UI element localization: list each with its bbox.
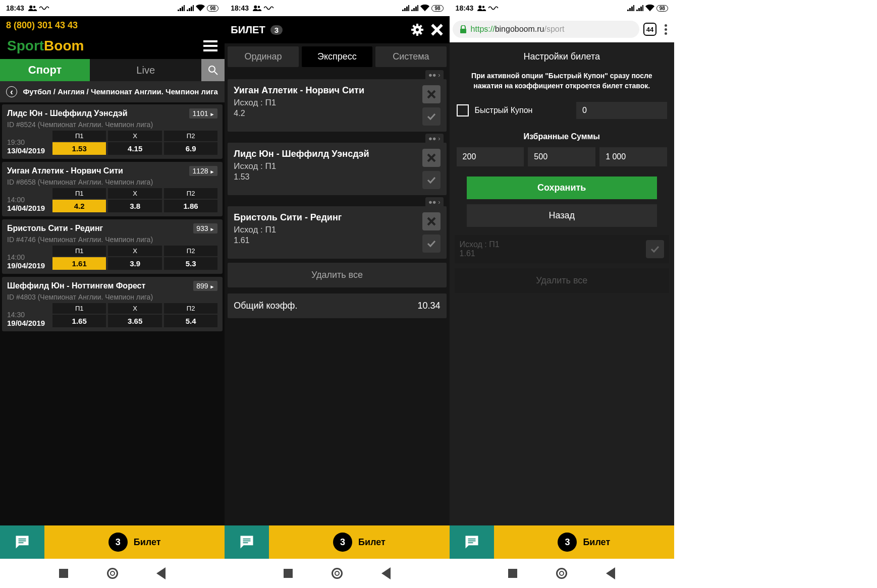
browser-menu-icon[interactable] — [661, 24, 671, 35]
match-card[interactable]: Бристоль Сити - Рединг933 ID #4746 (Чемп… — [2, 219, 223, 274]
svg-point-0 — [29, 6, 32, 9]
bottom-bar: 3Билет — [0, 525, 225, 559]
odd-x[interactable]: 3.9 — [108, 257, 161, 270]
tab-live[interactable]: Live — [90, 59, 201, 81]
match-id: ID #8524 (Чемпионат Англии. Чемпион лига… — [7, 121, 217, 129]
odd-x[interactable]: 3.8 — [108, 200, 161, 212]
android-nav-bar — [450, 559, 674, 588]
ghost-check-icon — [646, 240, 664, 258]
gear-icon[interactable] — [411, 24, 423, 36]
match-id: ID #4803 (Чемпионат Англии. Чемпион лига… — [7, 293, 217, 301]
chat-button[interactable] — [0, 525, 44, 559]
nav-back-icon[interactable] — [156, 567, 166, 579]
odd-p1[interactable]: 4.2 — [52, 200, 106, 212]
odd-p2[interactable]: 5.4 — [164, 315, 217, 327]
nav-home-icon[interactable] — [332, 568, 343, 579]
tab-system[interactable]: Система — [375, 46, 446, 67]
status-bar: 18:43 98 — [450, 0, 674, 16]
match-card[interactable]: Шеффилд Юн - Ноттингем Форест899 ID #480… — [2, 277, 223, 331]
status-bar: 18:43 98 — [225, 0, 449, 16]
chat-button[interactable] — [225, 525, 269, 559]
nav-home-icon[interactable] — [556, 568, 567, 579]
confirm-selection-button[interactable] — [422, 234, 441, 253]
favorite-sum-input[interactable]: 1 000 — [599, 147, 667, 166]
android-nav-bar — [0, 559, 225, 588]
x-icon — [427, 153, 436, 162]
ticket-button[interactable]: 3Билет — [44, 525, 225, 559]
search-button[interactable] — [201, 59, 225, 81]
nav-overview-icon[interactable] — [508, 569, 517, 578]
save-button[interactable]: Сохранить — [467, 177, 657, 199]
odd-p1[interactable]: 1.65 — [52, 315, 106, 327]
remove-selection-button[interactable] — [422, 85, 441, 103]
selection-odd: 4.2 — [234, 109, 422, 118]
lock-icon — [460, 25, 467, 33]
market-count[interactable]: 1101 — [189, 108, 217, 119]
nav-overview-icon[interactable] — [284, 569, 293, 578]
svg-point-24 — [479, 6, 482, 9]
ticket-button[interactable]: 3Билет — [494, 525, 674, 559]
coins-icon[interactable]: ●● › — [425, 134, 444, 143]
delete-all-button[interactable]: Удалить все — [228, 263, 446, 287]
odd-x[interactable]: 4.15 — [108, 142, 161, 155]
tab-single[interactable]: Ординар — [228, 46, 298, 67]
match-time: 14:00 — [7, 253, 52, 261]
quick-coupon-checkbox[interactable] — [457, 104, 469, 116]
market-count[interactable]: 899 — [193, 281, 217, 291]
browser-tab-count[interactable]: 44 — [643, 23, 656, 36]
chat-button[interactable] — [450, 525, 494, 559]
hamburger-icon[interactable] — [203, 40, 217, 51]
back-arrow-icon[interactable] — [6, 86, 17, 97]
close-icon[interactable] — [430, 23, 444, 36]
odd-p2[interactable]: 1.86 — [164, 200, 217, 212]
odd-x[interactable]: 3.65 — [108, 315, 161, 327]
confirm-selection-button[interactable] — [422, 107, 441, 126]
favorite-sum-input[interactable]: 200 — [457, 147, 524, 166]
support-phone[interactable]: 8 (800) 301 43 43 — [0, 16, 225, 35]
nav-back-icon[interactable] — [381, 567, 391, 579]
market-count[interactable]: 1128 — [189, 166, 217, 176]
nav-back-icon[interactable] — [606, 567, 615, 579]
odd-p1[interactable]: 1.53 — [52, 142, 106, 155]
screen-sport-list: 18:43 98 8 (800) 301 43 43 SportBoom Спо… — [0, 0, 225, 525]
selection-card: ●● › Уиган Атлетик - Норвич Сити Исход :… — [228, 79, 446, 132]
selection-outcome: Исход : П1 — [234, 98, 422, 108]
android-nav-bars — [0, 559, 674, 588]
match-card[interactable]: Уиган Атлетик - Норвич Сити1128 ID #8658… — [2, 162, 223, 216]
svg-rect-7 — [416, 24, 418, 27]
ticket-label: Билет — [134, 537, 161, 548]
signal-icon — [178, 5, 185, 11]
quick-coupon-value[interactable]: 0 — [576, 102, 667, 119]
remove-selection-button[interactable] — [422, 212, 441, 230]
coins-icon[interactable]: ●● › — [425, 70, 444, 80]
remove-selection-button[interactable] — [422, 149, 441, 167]
settings-panel: Настройки билета При активной опции "Быс… — [450, 42, 674, 525]
coins-icon[interactable]: ●● › — [425, 197, 444, 207]
confirm-selection-button[interactable] — [422, 171, 441, 189]
tab-express[interactable]: Экспресс — [302, 46, 372, 67]
browser-bar: https://bingoboom.ru/sport 44 — [450, 16, 674, 42]
quick-coupon-row: Быстрый Купон 0 — [452, 98, 672, 123]
url-bar[interactable]: https://bingoboom.ru/sport — [453, 21, 639, 38]
market-count[interactable]: 933 — [193, 223, 217, 233]
svg-point-2 — [209, 66, 215, 72]
app-logo: SportBoom — [7, 38, 84, 54]
favorite-sum-input[interactable]: 500 — [528, 147, 595, 166]
tab-sport[interactable]: Спорт — [0, 59, 90, 81]
odd-p2[interactable]: 6.9 — [164, 142, 217, 155]
match-card[interactable]: Лидс Юн - Шеффилд Уэнсдэй1101 ID #8524 (… — [2, 104, 223, 159]
settings-description: При активной опции "Быстрый Купон" сразу… — [452, 69, 672, 98]
match-time: 14:00 — [7, 196, 52, 204]
nav-home-icon[interactable] — [107, 568, 118, 579]
svg-point-5 — [258, 6, 260, 9]
nav-overview-icon[interactable] — [59, 569, 68, 578]
odd-p2[interactable]: 5.3 — [164, 257, 217, 270]
svg-point-25 — [482, 6, 485, 9]
ticket-button[interactable]: 3Билет — [269, 525, 449, 559]
selection-odd: 1.61 — [234, 236, 422, 245]
selection-outcome: Исход : П1 — [234, 161, 422, 171]
settings-title: Настройки билета — [452, 44, 672, 69]
odd-p1[interactable]: 1.61 — [52, 257, 106, 270]
back-button[interactable]: Назад — [467, 204, 657, 227]
match-list[interactable]: Лидс Юн - Шеффилд Уэнсдэй1101 ID #8524 (… — [0, 102, 225, 525]
